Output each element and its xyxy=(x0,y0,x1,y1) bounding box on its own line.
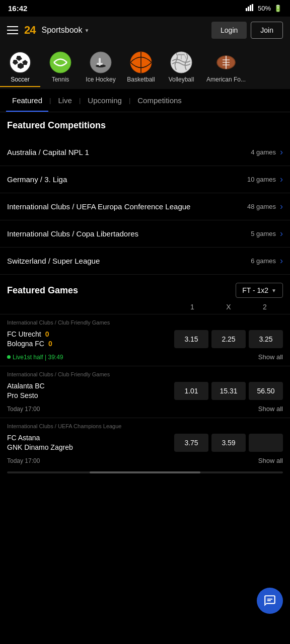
competition-games-4: 6 games xyxy=(251,257,276,265)
status-icons: 50% 🔋 xyxy=(246,4,282,13)
sport-item-tennis[interactable]: Tennis xyxy=(40,48,81,87)
tab-competitions[interactable]: Competitions xyxy=(131,89,188,112)
svg-point-9 xyxy=(50,52,71,73)
sports-nav: Soccer Tennis Ice Hockey xyxy=(0,44,290,89)
header-left: 24 Sportsbook ▼ xyxy=(7,24,89,37)
team-row-2-0: FC Astana xyxy=(7,434,174,442)
game-odds-1: 1.01 15.31 56.50 xyxy=(174,382,283,400)
americanfootball-icon xyxy=(214,51,238,74)
team2-name-0: Bologna FC xyxy=(7,340,44,348)
show-all-1[interactable]: Show all xyxy=(258,405,283,413)
chevron-right-icon-2: › xyxy=(280,201,283,212)
odd-btn-2-1[interactable]: 3.59 xyxy=(211,434,246,452)
competition-name-0: Australia / Capital NPL 1 xyxy=(7,148,251,156)
col-header-1: 1 xyxy=(174,303,210,311)
game-footer-1: Today 17:00 Show all xyxy=(7,405,283,413)
game-status-0: Live1st half | 39:49 xyxy=(7,354,63,361)
login-button[interactable]: Login xyxy=(211,22,247,39)
competition-row-1[interactable]: Germany / 3. Liga 10 games › xyxy=(0,166,290,193)
chevron-right-icon-3: › xyxy=(280,228,283,239)
menu-button[interactable] xyxy=(7,26,18,34)
competition-row-4[interactable]: Switzerland / Super League 6 games › xyxy=(0,248,290,275)
svg-rect-13 xyxy=(97,63,103,65)
competition-right-4: 6 games › xyxy=(251,256,283,266)
tab-divider-2: | xyxy=(79,97,81,104)
odd-btn-0-0[interactable]: 3.15 xyxy=(174,330,208,348)
team1-name-0: FC Utrecht xyxy=(7,330,41,338)
game-odds-0: 3.15 2.25 3.25 xyxy=(174,330,283,348)
chevron-right-icon-0: › xyxy=(280,147,283,157)
sport-item-icehockey[interactable]: Ice Hockey xyxy=(81,48,121,87)
team-row-1-0: Atalanta BC xyxy=(7,382,174,390)
featured-competitions-section: Featured Competitions xyxy=(0,112,290,139)
competition-row-0[interactable]: Australia / Capital NPL 1 4 games › xyxy=(0,139,290,166)
game-footer-0: Live1st half | 39:49 Show all xyxy=(7,353,283,361)
odd-btn-2-2[interactable] xyxy=(249,434,283,452)
game-teams-0: FC Utrecht 0 Bologna FC 0 xyxy=(7,329,174,349)
logo: 24 xyxy=(24,24,35,37)
team2-name-2: GNK Dinamo Zagreb xyxy=(7,443,73,451)
team-row-0-0: FC Utrecht 0 xyxy=(7,330,174,338)
svg-rect-17 xyxy=(178,54,185,55)
game-time-2: Today 17:00 xyxy=(7,457,40,464)
live-dot-0 xyxy=(7,355,11,359)
basketball-label: Basketball xyxy=(127,76,155,83)
game-teams-2: FC Astana GNK Dinamo Zagreb xyxy=(7,432,174,453)
competition-games-1: 10 games xyxy=(247,176,276,183)
tab-live[interactable]: Live xyxy=(52,89,78,112)
team2-score-0: 0 xyxy=(48,340,52,348)
volleyball-label: Volleyball xyxy=(169,76,194,83)
chat-button[interactable] xyxy=(257,588,283,614)
game-footer-2: Today 17:00 Show all xyxy=(7,457,283,464)
game-teams-1: Atalanta BC Pro Sesto xyxy=(7,380,174,401)
svg-rect-27 xyxy=(267,599,273,600)
competition-games-0: 4 games xyxy=(251,148,276,156)
tabs-bar: Featured | Live | Upcoming | Competition… xyxy=(0,89,290,112)
odd-btn-1-0[interactable]: 1.01 xyxy=(174,382,208,400)
col-header-x: X xyxy=(210,303,247,311)
odd-btn-0-1[interactable]: 2.25 xyxy=(211,330,246,348)
tab-featured[interactable]: Featured xyxy=(6,89,48,112)
team-row-0-1: Bologna FC 0 xyxy=(7,340,174,348)
svg-rect-1 xyxy=(248,7,249,11)
volleyball-icon xyxy=(170,51,193,74)
competition-row-3[interactable]: International Clubs / Copa Libertadores … xyxy=(0,220,290,248)
join-button[interactable]: Join xyxy=(251,22,283,39)
ft-dropdown-arrow-icon: ▼ xyxy=(271,288,276,293)
basketball-icon xyxy=(129,51,153,74)
competition-right-0: 4 games › xyxy=(251,147,283,157)
tab-upcoming[interactable]: Upcoming xyxy=(82,89,128,112)
header: 24 Sportsbook ▼ Login Join xyxy=(0,17,290,44)
game-league-0: International Clubs / Club Friendly Game… xyxy=(7,319,283,326)
sport-item-americanfootball[interactable]: American Fo... xyxy=(201,48,251,87)
odd-btn-1-2[interactable]: 56.50 xyxy=(249,382,283,400)
competition-right-2: 48 games › xyxy=(247,201,283,212)
game-card-0: International Clubs / Club Friendly Game… xyxy=(0,314,290,366)
competition-row-2[interactable]: International Clubs / UEFA Europa Confer… xyxy=(0,193,290,220)
odd-btn-2-0[interactable]: 3.75 xyxy=(174,434,208,452)
game-time-1: Today 17:00 xyxy=(7,406,40,413)
battery-icon: 🔋 xyxy=(274,5,282,12)
game-card-2: International Clubs / UEFA Champions Lea… xyxy=(0,418,290,469)
ft-dropdown-button[interactable]: FT - 1x2 ▼ xyxy=(236,283,283,298)
scroll-thumb xyxy=(90,471,200,473)
featured-competitions-title: Featured Competitions xyxy=(7,120,283,131)
odd-btn-1-1[interactable]: 15.31 xyxy=(211,382,246,400)
tab-divider-3: | xyxy=(129,97,130,104)
battery-text: 50% xyxy=(258,5,271,12)
soccer-label: Soccer xyxy=(11,76,29,83)
sport-item-volleyball[interactable]: Volleyball xyxy=(161,48,201,87)
odd-btn-0-2[interactable]: 3.25 xyxy=(249,330,283,348)
competition-name-3: International Clubs / Copa Libertadores xyxy=(7,229,251,238)
sport-item-soccer[interactable]: Soccer xyxy=(0,48,40,87)
competition-games-3: 5 games xyxy=(251,230,276,237)
sportsbook-dropdown[interactable]: Sportsbook ▼ xyxy=(41,26,89,35)
show-all-2[interactable]: Show all xyxy=(258,457,283,464)
game-league-1: International Clubs / Club Friendly Game… xyxy=(7,371,283,377)
show-all-0[interactable]: Show all xyxy=(258,353,283,361)
svg-rect-2 xyxy=(250,5,251,11)
game-status-2: Today 17:00 xyxy=(7,457,40,464)
sport-item-basketball[interactable]: Basketball xyxy=(121,48,161,87)
game-status-1: Today 17:00 xyxy=(7,406,40,413)
tennis-label: Tennis xyxy=(52,76,69,83)
